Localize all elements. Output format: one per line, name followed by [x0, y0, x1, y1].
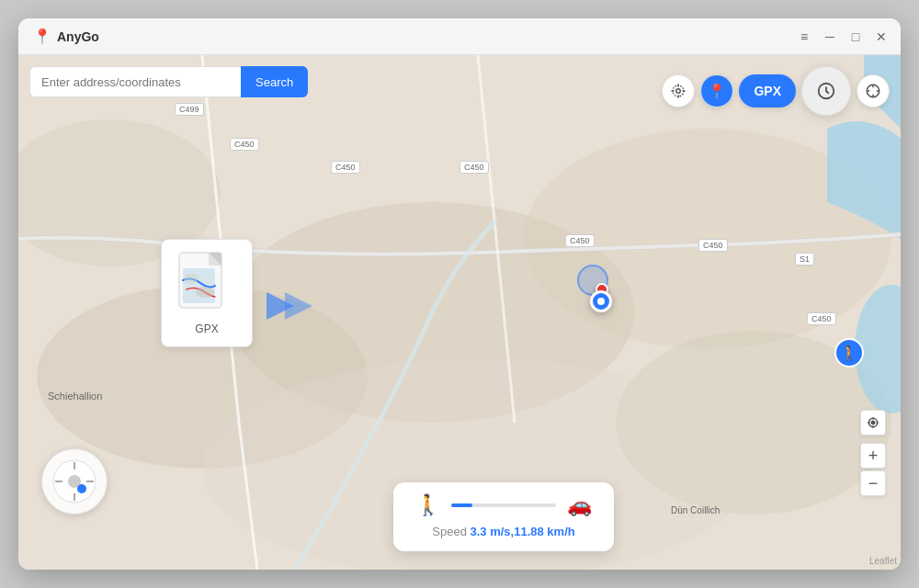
svg-rect-17	[183, 268, 215, 303]
svg-point-8	[673, 85, 684, 96]
history-icon	[816, 81, 836, 101]
map-attribution: Leaflet	[869, 556, 897, 566]
search-button[interactable]: Search	[241, 66, 308, 97]
svg-marker-21	[285, 292, 312, 320]
speed-panel: 🚶 🚗 Speed 3.3 m/s,11.88 km/h	[393, 482, 614, 551]
window-controls: ≡ ─ □ ✕	[796, 28, 890, 45]
gpx-file-card: GPX	[161, 239, 253, 347]
gpx-file-icon	[177, 251, 236, 317]
road-label-c450-5: C450	[698, 239, 728, 252]
svg-point-7	[676, 89, 681, 94]
app-title: AnyGo	[57, 29, 99, 44]
search-input[interactable]	[29, 66, 241, 97]
walk-icon: 🚶	[415, 493, 440, 517]
svg-point-29	[871, 421, 875, 424]
svg-point-18	[184, 273, 199, 284]
zoom-in-button[interactable]: +	[860, 443, 886, 469]
logo-icon: 📍	[33, 28, 51, 45]
road-label-s1: S1	[795, 253, 814, 266]
gpx-file-label: GPX	[195, 322, 218, 335]
drive-icon: 🚗	[567, 493, 592, 517]
road-label-c450-4: C450	[565, 234, 595, 247]
joystick-svg	[51, 458, 97, 504]
road-label-c450-6: C450	[807, 312, 836, 325]
gpx-arrow	[267, 283, 322, 337]
road-label-c450-1: C450	[230, 138, 259, 151]
route-mode-button[interactable]: 📍	[700, 74, 733, 107]
walker-mode-marker: 🚶	[834, 338, 864, 368]
map-area[interactable]: C499 C450 C450 C450 C450 C450 S1 C450 Sc…	[18, 55, 901, 570]
speed-value: 3.3 m/s,11.88 km/h	[471, 525, 575, 538]
app-logo: 📍 AnyGo	[33, 28, 99, 45]
titlebar: 📍 AnyGo ≡ ─ □ ✕	[18, 18, 901, 55]
location-label-2: Dùn Coillich	[671, 505, 720, 515]
current-location-marker	[590, 290, 612, 312]
compass-button[interactable]	[857, 74, 890, 107]
svg-point-19	[196, 287, 214, 298]
speed-text: Speed 3.3 m/s,11.88 km/h	[415, 525, 592, 538]
locate-icon	[670, 83, 686, 99]
zoom-out-button[interactable]: −	[860, 470, 886, 496]
road-label-c450-2: C450	[331, 161, 360, 174]
toolbar-right: 📍 GPX	[662, 66, 890, 116]
speed-slider-fill	[451, 503, 472, 507]
minimize-button[interactable]: ─	[822, 28, 838, 45]
speed-slider[interactable]	[451, 503, 556, 507]
maximize-button[interactable]: □	[847, 28, 864, 45]
route-icon: 📍	[708, 83, 726, 100]
location-label-1: Schiehallion	[48, 390, 102, 401]
close-button[interactable]: ✕	[873, 28, 890, 45]
center-location-button[interactable]	[860, 410, 886, 435]
center-icon	[867, 416, 879, 429]
app-window: 📍 AnyGo ≡ ─ □ ✕	[18, 18, 901, 570]
search-bar: Search	[29, 66, 308, 97]
file-svg	[177, 251, 233, 313]
menu-button[interactable]: ≡	[796, 28, 812, 45]
road-label-c499: C499	[175, 103, 204, 116]
locate-button[interactable]	[662, 74, 695, 107]
svg-point-28	[77, 484, 86, 493]
arrow-svg	[267, 283, 322, 329]
gpx-button[interactable]: GPX	[739, 74, 796, 107]
compass-icon	[865, 83, 881, 99]
joystick-control[interactable]	[41, 448, 108, 514]
speed-mode-icons: 🚶 🚗	[415, 493, 592, 517]
road-label-c450-3: C450	[460, 161, 489, 174]
zoom-controls: + −	[860, 410, 886, 496]
history-button[interactable]	[801, 66, 851, 116]
